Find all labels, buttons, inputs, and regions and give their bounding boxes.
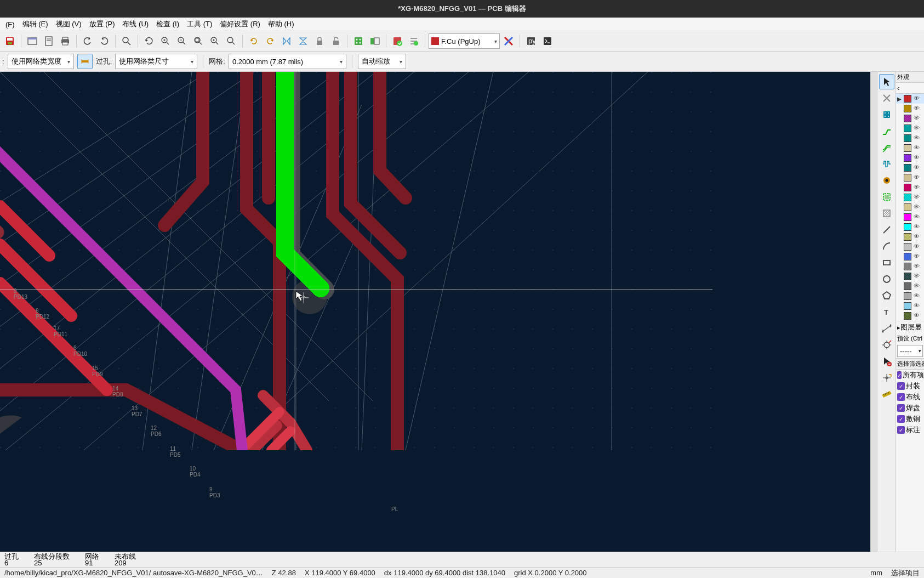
unlock-button[interactable] [328, 33, 344, 49]
find-button[interactable] [119, 33, 134, 49]
checkbox-icon[interactable]: ✓ [897, 426, 905, 434]
measure-tool[interactable] [879, 387, 894, 402]
pcb-canvas[interactable]: 9 PD138 PD1217 PD116 PD1015 PD914 PD813 … [0, 72, 870, 552]
layer-display-options-header[interactable]: ▸ 图层显 [896, 321, 924, 333]
layer-row[interactable]: 👁 [896, 123, 924, 133]
layer-row[interactable]: 👁 [896, 183, 924, 192]
layer-row[interactable]: 👁 [896, 173, 924, 183]
layer-color-swatch[interactable] [904, 144, 911, 152]
rotate-cw-button[interactable] [263, 33, 278, 49]
layer-row[interactable]: 👁 [896, 114, 924, 123]
layer-pair-button[interactable] [501, 33, 516, 49]
layer-row[interactable]: 👁 [896, 301, 924, 311]
track-width-dropdown[interactable]: 使用网络类宽度 [8, 54, 74, 69]
layer-visibility-icon[interactable]: 👁 [912, 203, 920, 211]
layer-row[interactable]: 👁 [896, 311, 924, 321]
layer-row[interactable]: 👁 [896, 143, 924, 153]
menu-view[interactable]: 视图 (V) [53, 18, 85, 30]
place-footprint-tool[interactable] [879, 107, 894, 122]
layer-visibility-icon[interactable]: 👁 [912, 292, 920, 300]
zoom-dropdown[interactable]: 自动缩放 [358, 54, 406, 69]
print-button[interactable] [58, 33, 73, 49]
layer-color-swatch[interactable] [904, 253, 911, 260]
zoom-fit-button[interactable] [191, 33, 206, 49]
menu-edit[interactable]: 编辑 (E) [19, 18, 52, 30]
layer-row[interactable]: 👁 [896, 252, 924, 262]
lock-button[interactable] [312, 33, 327, 49]
layer-row[interactable]: 👁 [896, 133, 924, 143]
layer-row[interactable]: 👁 [896, 192, 924, 202]
scripting-button[interactable]: py [523, 33, 539, 49]
filter-row[interactable]: ✓敷铜 [896, 413, 924, 424]
menu-file[interactable]: (F) [2, 19, 18, 30]
draw-arc-tool[interactable] [879, 239, 894, 254]
route-diff-pair-tool[interactable] [879, 140, 894, 155]
filter-row[interactable]: ✓所有项 [896, 370, 924, 381]
layer-color-swatch[interactable] [904, 194, 911, 201]
layer-color-swatch[interactable] [904, 174, 911, 182]
canvas-scrollbar-vertical[interactable] [870, 72, 877, 552]
layer-row[interactable]: 👁 [896, 281, 924, 291]
undo-button[interactable] [80, 33, 95, 49]
layer-color-swatch[interactable] [904, 263, 911, 270]
layer-visibility-icon[interactable]: 👁 [912, 213, 920, 221]
layer-visibility-icon[interactable]: 👁 [912, 302, 920, 310]
layer-row[interactable]: 👁 [896, 202, 924, 212]
mirror-h-button[interactable] [279, 33, 294, 49]
zoom-in-button[interactable] [158, 33, 173, 49]
filter-row[interactable]: ✓布线 [896, 392, 924, 403]
add-dimension-tool[interactable] [879, 321, 894, 336]
layer-visibility-icon[interactable]: 👁 [912, 95, 920, 103]
menu-tools[interactable]: 工具 (T) [184, 18, 215, 30]
layer-dropdown[interactable]: F.Cu (PgUp) [429, 33, 500, 49]
add-keepout-tool[interactable] [879, 206, 894, 221]
menu-preferences[interactable]: 偏好设置 (R) [216, 18, 264, 30]
layer-visibility-icon[interactable]: 👁 [912, 223, 920, 231]
set-origin-tool[interactable] [879, 337, 894, 353]
checkbox-icon[interactable]: ✓ [897, 393, 905, 401]
layer-visibility-icon[interactable]: 👁 [912, 174, 920, 182]
layer-row[interactable]: 👁 [896, 153, 924, 163]
layer-color-swatch[interactable] [904, 243, 911, 251]
select-tool[interactable] [879, 74, 894, 89]
filter-row[interactable]: ✓封装 [896, 381, 924, 392]
footprint-browser-button[interactable] [367, 33, 383, 49]
layer-color-swatch[interactable] [904, 302, 911, 310]
layer-visibility-icon[interactable]: 👁 [912, 154, 920, 162]
save-button[interactable] [2, 33, 18, 49]
menu-help[interactable]: 帮助 (H) [265, 18, 298, 30]
appearance-tab-nav[interactable]: ‹ [896, 83, 924, 94]
layer-color-swatch[interactable] [904, 213, 911, 221]
layer-color-swatch[interactable] [904, 233, 911, 241]
layer-color-swatch[interactable] [904, 164, 911, 172]
draw-line-tool[interactable] [879, 222, 894, 237]
mirror-v-button[interactable] [295, 33, 311, 49]
layer-color-swatch[interactable] [904, 282, 911, 290]
layer-visibility-icon[interactable]: 👁 [912, 282, 920, 290]
console-button[interactable] [540, 33, 555, 49]
add-text-tool[interactable]: T [879, 304, 894, 320]
layer-visibility-icon[interactable]: 👁 [912, 144, 920, 152]
auto-track-width-toggle[interactable] [77, 54, 93, 69]
layer-row[interactable]: 👁 [896, 262, 924, 271]
layer-color-swatch[interactable] [904, 312, 911, 320]
layer-color-swatch[interactable] [904, 184, 911, 191]
tune-length-tool[interactable] [879, 156, 894, 172]
layer-color-swatch[interactable] [904, 273, 911, 280]
board-setup-button[interactable] [25, 33, 40, 49]
layer-visibility-icon[interactable]: 👁 [912, 164, 920, 172]
draw-rect-tool[interactable] [879, 255, 894, 270]
layer-row[interactable]: 👁 [896, 271, 924, 281]
delete-tool[interactable] [879, 354, 894, 369]
menu-route[interactable]: 布线 (U) [119, 18, 152, 30]
layer-color-swatch[interactable] [904, 115, 911, 122]
layer-row[interactable]: 👁 [896, 212, 924, 222]
add-zone-tool[interactable] [879, 189, 894, 205]
layer-color-swatch[interactable] [904, 203, 911, 211]
highlight-net-tool[interactable] [879, 90, 894, 106]
draw-polygon-tool[interactable] [879, 288, 894, 303]
layer-row[interactable]: 👁 [896, 163, 924, 173]
footprint-editor-button[interactable] [351, 33, 366, 49]
zoom-out-button[interactable] [174, 33, 190, 49]
layer-row[interactable]: ▶👁 [896, 94, 924, 104]
